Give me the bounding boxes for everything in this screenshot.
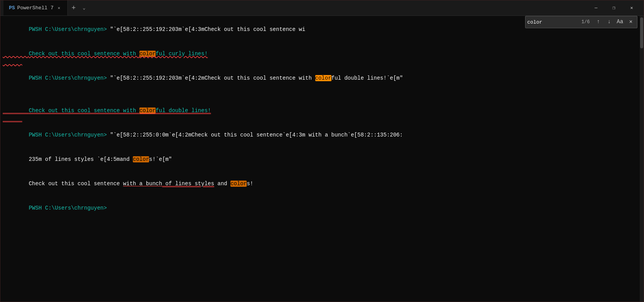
command-text-cont: 235m of lines styles `e[4:5mand colors!`… <box>29 156 172 162</box>
new-tab-button[interactable]: + <box>68 2 79 14</box>
window-controls: — ❐ ✕ <box>587 0 641 16</box>
terminal-output-line: Check out this cool sentence with colorf… <box>3 99 641 123</box>
prompt: PWSH C:\Users\chrnguyen> <box>29 75 110 81</box>
tab-close-button[interactable]: ✕ <box>56 5 62 11</box>
terminal-window: PS PowerShell 7 ✕ + ⌄ — ❐ ✕ 1/6 ↑ ↓ Aa ✕ <box>0 0 644 302</box>
command-text: "`e[58:2::255:0:0m`e[4:2mCheck out this … <box>110 132 403 138</box>
prompt: PWSH C:\Users\chrnguyen> <box>29 26 110 32</box>
tab-icon: PS <box>9 5 15 11</box>
terminal-blank-line <box>3 90 641 99</box>
search-match: color <box>133 156 149 162</box>
maximize-button[interactable]: ❐ <box>605 0 623 16</box>
scrollbar-thumb[interactable] <box>640 17 643 48</box>
search-input[interactable] <box>527 19 577 25</box>
command-text: "`e[58:2::255:192:203m`e[4:2mCheck out t… <box>110 75 403 81</box>
minimize-button[interactable]: — <box>587 0 605 16</box>
tab-dropdown-button[interactable]: ⌄ <box>79 3 89 13</box>
search-count: 1/6 <box>579 19 592 26</box>
search-next-button[interactable]: ↓ <box>605 17 614 27</box>
terminal-output-line: Check out this cool sentence with colorf… <box>3 42 641 66</box>
search-close-button[interactable]: ✕ <box>626 17 635 27</box>
search-bar: 1/6 ↑ ↓ Aa ✕ <box>525 16 637 28</box>
terminal-content: PWSH C:\Users\chrnguyen> "`e[58:2::255:1… <box>3 17 641 220</box>
search-case-button[interactable]: Aa <box>615 17 625 27</box>
tab-area: PS PowerShell 7 ✕ + ⌄ <box>3 0 587 15</box>
powershell-tab[interactable]: PS PowerShell 7 ✕ <box>3 0 68 15</box>
terminal-body[interactable]: 1/6 ↑ ↓ Aa ✕ PWSH C:\Users\chrnguyen> "`… <box>0 16 644 302</box>
tab-title: PowerShell 7 <box>17 5 54 11</box>
scrollbar[interactable] <box>640 16 644 302</box>
terminal-line: PWSH C:\Users\chrnguyen> "`e[58:2::255:0… <box>3 123 641 147</box>
search-match: color <box>139 107 156 114</box>
command-text: "`e[58:2::255:192:203m`e[4:3mCheck out t… <box>110 26 305 32</box>
close-button[interactable]: ✕ <box>623 0 641 16</box>
terminal-line-cont: 235m of lines styles `e[4:5mand colors!`… <box>3 147 641 172</box>
search-prev-button[interactable]: ↑ <box>594 17 603 27</box>
terminal-prompt-line: PWSH C:\Users\chrnguyen> <box>3 196 641 220</box>
terminal-line: PWSH C:\Users\chrnguyen> "`e[58:2::255:1… <box>3 66 641 90</box>
titlebar: PS PowerShell 7 ✕ + ⌄ — ❐ ✕ <box>0 0 644 16</box>
terminal-output-line: Check out this cool sentence with a bunc… <box>3 172 641 196</box>
prompt: PWSH C:\Users\chrnguyen> <box>29 132 110 138</box>
search-current-match: color <box>315 75 331 81</box>
search-match: color <box>230 181 247 187</box>
search-match: color <box>139 51 156 57</box>
prompt: PWSH C:\Users\chrnguyen> <box>29 205 110 211</box>
